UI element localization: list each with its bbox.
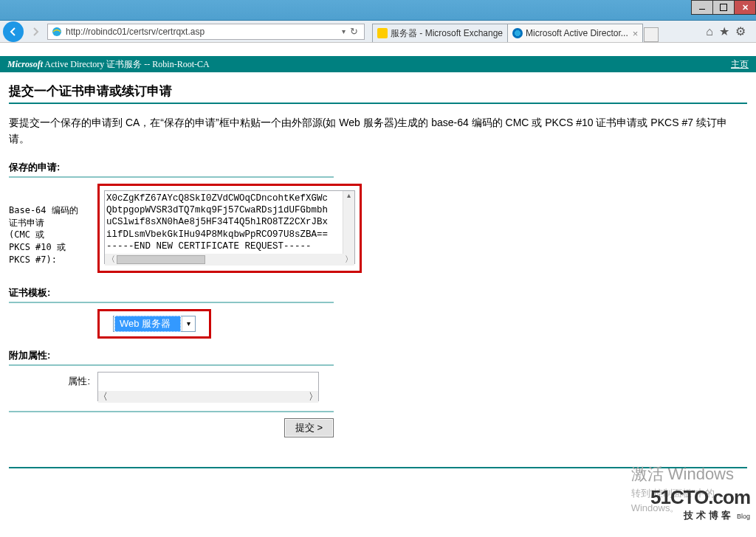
settings-gear-icon[interactable]: ⚙ — [735, 24, 746, 38]
tab-favicon — [512, 28, 523, 38]
new-tab-button[interactable] — [644, 27, 659, 42]
tab-label: Microsoft Active Director... — [526, 28, 628, 38]
nav-forward-button[interactable] — [28, 24, 43, 39]
home-link[interactable]: 主页 — [731, 58, 749, 71]
window-close-button[interactable]: ✕ — [734, 0, 756, 15]
window-titlebar: ✕ — [0, 0, 756, 21]
certificate-template-select[interactable]: Web 服务器 ▾ — [113, 316, 196, 332]
tab-close-icon[interactable]: × — [633, 28, 639, 39]
address-bar[interactable]: ▾ ↻ — [47, 24, 365, 40]
textarea-hscrollbar[interactable]: 〈〉 — [105, 254, 354, 266]
attributes-label: 属性: — [9, 372, 97, 388]
chevron-down-icon: ▾ — [182, 316, 195, 331]
certificate-request-textarea[interactable] — [104, 190, 355, 264]
ie-icon — [51, 26, 63, 38]
window-maximize-button[interactable] — [712, 0, 735, 15]
home-icon[interactable]: ⌂ — [706, 25, 713, 38]
tab-label: 服务器 - Microsoft Exchange — [391, 27, 503, 40]
window-minimize-button[interactable] — [691, 0, 713, 15]
adcs-banner: Microsoft Active Directory 证书服务 -- Robin… — [0, 56, 756, 72]
banner-brand: Microsoft — [7, 59, 43, 69]
nav-back-button[interactable] — [3, 21, 24, 42]
51cto-logo: 51CTO.com 技术博客 Blog — [650, 486, 750, 522]
saved-request-label: 保存的申请: — [9, 161, 747, 174]
watermark-title: 激活 Windows — [631, 462, 734, 486]
base64-label: Base-64 编码的 证书申请 (CMC 或 PKCS #10 或 PKCS … — [9, 184, 97, 266]
select-value: Web 服务器 — [114, 316, 181, 332]
browser-nav-bar: ▾ ↻ 服务器 - Microsoft Exchange Microsoft A… — [0, 21, 756, 43]
textarea-vscrollbar[interactable]: ▴ — [343, 191, 354, 254]
page-title: 提交一个证书申请或续订申请 — [9, 83, 747, 100]
submit-button[interactable]: 提交 > — [284, 418, 334, 437]
page-description: 要提交一个保存的申请到 CA，在“保存的申请”框中粘贴一个由外部源(如 Web … — [9, 114, 747, 148]
tab-exchange[interactable]: 服务器 - Microsoft Exchange — [372, 24, 508, 42]
tab-adcs[interactable]: Microsoft Active Director... × — [507, 24, 643, 42]
tab-favicon — [377, 28, 388, 38]
url-dropdown-icon[interactable]: ▾ — [340, 27, 347, 35]
cert-template-label: 证书模板: — [9, 286, 747, 299]
url-input[interactable] — [66, 27, 340, 37]
highlight-box-template: Web 服务器 ▾ — [97, 309, 211, 339]
favorites-icon[interactable]: ★ — [719, 24, 729, 38]
attr-hscrollbar[interactable]: 〈〉 — [98, 391, 318, 403]
highlight-box-request: ▴ 〈〉 — [97, 184, 362, 273]
banner-service: Active Directory 证书服务 -- Robin-Root-CA — [43, 59, 210, 69]
tab-strip: 服务器 - Microsoft Exchange Microsoft Activ… — [372, 21, 698, 42]
refresh-icon[interactable]: ↻ — [347, 26, 361, 37]
additional-attrs-label: 附加属性: — [9, 349, 747, 362]
